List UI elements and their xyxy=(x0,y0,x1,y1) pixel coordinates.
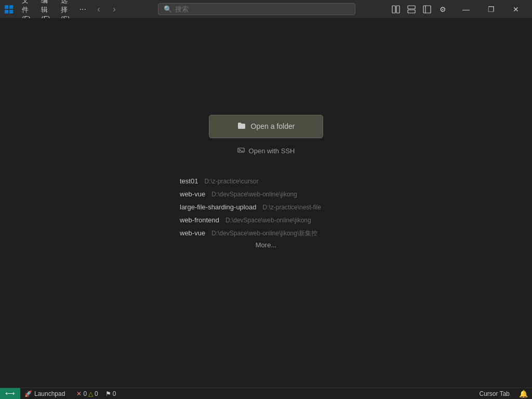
recent-item-path: D:\devSpace\web-online\jikong xyxy=(225,217,311,224)
search-input[interactable] xyxy=(175,5,350,13)
layout-sidebar-button[interactable] xyxy=(420,2,434,17)
main-content: Open a folder Open with SSH test01D:\z-p… xyxy=(0,18,532,388)
status-left: ⟷ 🚀 Launchpad xyxy=(0,388,69,399)
svg-rect-6 xyxy=(408,6,415,9)
info-button[interactable]: ⚑ 0 xyxy=(102,388,119,400)
search-bar: 🔍 xyxy=(158,3,355,15)
svg-rect-7 xyxy=(408,10,415,13)
recent-item[interactable]: test01D:\z-practice\cursor xyxy=(178,176,354,186)
title-bar: 文件(F) 编辑(E) 选择(S) ··· ‹ › 🔍 xyxy=(0,0,532,18)
notifications-button[interactable]: 🔔 xyxy=(515,388,532,399)
svg-rect-1 xyxy=(9,5,13,9)
recent-item-name: web-vue xyxy=(180,229,205,237)
warning-count: 0 xyxy=(95,390,98,397)
recent-item-path: D:\z-practice\nest-file xyxy=(262,204,321,211)
svg-rect-8 xyxy=(423,6,431,13)
svg-rect-2 xyxy=(5,10,8,14)
folder-icon xyxy=(237,122,246,131)
search-icon: 🔍 xyxy=(164,5,172,13)
recent-item-name: web-frontend xyxy=(180,216,219,224)
nav-forward-button[interactable]: › xyxy=(107,2,122,17)
error-count: 0 xyxy=(83,390,87,397)
open-ssh-label: Open with SSH xyxy=(249,147,295,155)
recent-item-path: D:\devSpace\web-online\jikong xyxy=(211,191,297,198)
nav-back-button[interactable]: ‹ xyxy=(91,2,106,17)
settings-button[interactable]: ⚙ xyxy=(435,2,450,17)
layout-split-h-button[interactable] xyxy=(404,2,419,17)
app-icon xyxy=(4,4,14,15)
recent-item-name: test01 xyxy=(180,177,198,185)
more-link[interactable]: More... xyxy=(254,240,278,250)
nav-controls: ‹ › xyxy=(91,2,122,17)
svg-rect-3 xyxy=(9,10,13,14)
minimize-button[interactable]: — xyxy=(454,0,478,18)
search-container[interactable]: 🔍 xyxy=(158,3,355,15)
status-bar: ⟷ 🚀 Launchpad ✕ 0 △ 0 ⚑ 0 Cursor Tab 🔔 xyxy=(0,388,532,399)
error-icon: ✕ xyxy=(76,390,82,397)
remote-arrows-icon: ⟷ xyxy=(5,390,15,397)
maximize-button[interactable]: ❐ xyxy=(479,0,503,18)
recent-item[interactable]: web-vueD:\devSpace\web-online\jikong xyxy=(178,189,354,199)
bell-icon: 🔔 xyxy=(519,390,528,398)
launchpad-label: Launchpad xyxy=(34,390,65,397)
errors-button[interactable]: ✕ 0 △ 0 xyxy=(73,388,101,400)
window-controls: — ❐ ✕ xyxy=(454,0,528,18)
recent-item[interactable]: web-frontendD:\devSpace\web-online\jikon… xyxy=(178,215,354,225)
launchpad-button[interactable]: 🚀 Launchpad xyxy=(20,388,69,399)
open-ssh-link[interactable]: Open with SSH xyxy=(237,147,295,155)
svg-rect-0 xyxy=(5,5,8,9)
menu-more[interactable]: ··· xyxy=(76,3,89,16)
layout-icons: ⚙ xyxy=(389,2,450,17)
svg-rect-5 xyxy=(396,6,400,13)
svg-rect-4 xyxy=(392,6,395,13)
close-button[interactable]: ✕ xyxy=(504,0,528,18)
recent-list: test01D:\z-practice\cursorweb-vueD:\devS… xyxy=(178,176,354,239)
open-folder-button[interactable]: Open a folder xyxy=(209,115,323,138)
ssh-icon xyxy=(237,147,245,155)
warning-icon: △ xyxy=(88,390,93,397)
info-count: 0 xyxy=(113,390,116,397)
remote-icon-button[interactable]: ⟷ xyxy=(0,388,20,399)
info-icon: ⚑ xyxy=(105,390,111,397)
recent-item[interactable]: large-file-sharding-uploadD:\z-practice\… xyxy=(178,202,354,212)
recent-item-name: large-file-sharding-upload xyxy=(180,203,256,211)
status-right: Cursor Tab 🔔 xyxy=(474,388,532,399)
open-folder-label: Open a folder xyxy=(251,122,295,130)
recent-item-path: D:\z-practice\cursor xyxy=(204,178,258,185)
status-middle: ✕ 0 △ 0 ⚑ 0 xyxy=(69,388,123,400)
cursor-tab-button[interactable]: Cursor Tab xyxy=(474,388,515,399)
recent-item-name: web-vue xyxy=(180,190,205,198)
recent-item-path: D:\devSpace\web-online\jikong\新集控 xyxy=(211,229,317,238)
launchpad-icon: 🚀 xyxy=(24,390,32,397)
recent-item[interactable]: web-vueD:\devSpace\web-online\jikong\新集控 xyxy=(178,228,354,239)
layout-split-v-button[interactable] xyxy=(389,2,403,17)
